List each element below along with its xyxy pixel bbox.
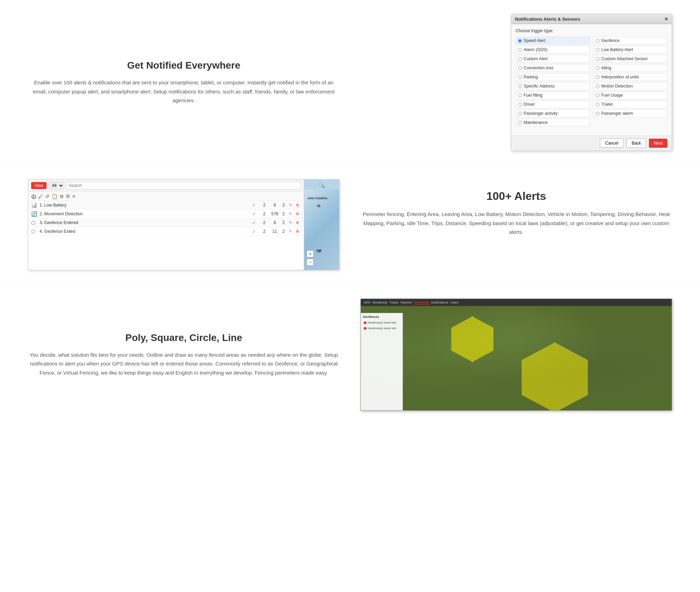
alerts-list: New All ⏻ 🖊 ↺ 📋 ⚙ ⧉ ✕ <box>28 180 304 270</box>
geofence-title: Poly, Square, Circle, Line <box>28 332 340 343</box>
delete-row-icon[interactable]: ✕ <box>294 229 301 234</box>
zoom-out-button[interactable]: − <box>307 259 314 266</box>
filter-select[interactable]: All <box>49 182 64 189</box>
radio-custom-attached-sensor[interactable]: Custom Attached Sensor <box>593 55 667 63</box>
geo-titlebar: GPS Monitoring Tracks Reports Geofences … <box>361 299 672 306</box>
map-zoom-controls: + − <box>306 250 314 266</box>
edit-icon[interactable]: 🖊 <box>38 194 43 199</box>
count-events: 6 <box>270 203 280 208</box>
zoom-in-button[interactable]: + <box>307 250 314 257</box>
delete-row-icon[interactable]: ✕ <box>294 202 301 208</box>
radio-fuel-filling[interactable]: Fuel filling <box>516 91 590 99</box>
delete-row-icon[interactable]: ✕ <box>294 211 301 217</box>
edit-row-icon[interactable]: ✎ <box>287 203 294 208</box>
radio-custom-alert[interactable]: Custom Alert <box>516 55 590 63</box>
radio-maintenance[interactable]: Maintenance <box>516 119 590 126</box>
count-events: 11 <box>270 229 280 234</box>
cancel-button[interactable]: Cancel <box>600 139 623 148</box>
power-icon[interactable]: ⏻ <box>31 194 36 199</box>
radio-idling[interactable]: Idling <box>593 64 667 72</box>
search-input[interactable] <box>66 182 301 189</box>
copy-icon[interactable]: ⧉ <box>66 193 70 199</box>
radio-specific-address[interactable]: Specific Address <box>516 82 590 90</box>
close-icon[interactable]: ✕ <box>664 16 668 22</box>
radio-passenger-activity[interactable]: Passenger activity <box>516 110 590 117</box>
count-devices: 2 <box>259 203 270 208</box>
radio-interposition[interactable]: Interposition of units <box>593 73 667 81</box>
dialog-footer: Cancel Back Next <box>511 135 672 151</box>
radio-low-battery-alert[interactable]: Low Battery Alert <box>593 46 667 54</box>
eye-icon[interactable]: 👁 <box>316 203 321 209</box>
tab-notifications[interactable]: Notifications <box>431 301 448 304</box>
notified-text: Get Notified Everywhere Enable over 100 … <box>28 60 340 105</box>
count-recipients: 2 <box>280 220 287 225</box>
check-icon: ✓ <box>252 202 259 208</box>
geofence-shape-2 <box>516 342 593 411</box>
radio-speed-alert[interactable]: Speed Alert <box>516 37 590 44</box>
map-area[interactable]: anta Catalina + − 👁 🗺 <box>304 189 339 270</box>
geofence-item-2: Geofence(s) name test <box>368 327 396 330</box>
next-button[interactable]: Next <box>649 139 667 148</box>
table-row: 📊 1. Low Battery ✓ 2 6 2 ✎ ✕ <box>28 201 304 210</box>
radio-empty <box>593 119 667 126</box>
list-item[interactable]: Geofence(s) name test <box>363 320 400 326</box>
refresh-icon[interactable]: ↺ <box>45 194 49 199</box>
edit-row-icon[interactable]: ✎ <box>287 211 294 216</box>
radio-driver[interactable]: Driver <box>516 100 590 108</box>
device-icon[interactable]: 📋 <box>51 194 57 199</box>
radio-geofence[interactable]: Geofence <box>593 37 667 44</box>
alerts-description: Perimeter fencing, Entering Area, Leavin… <box>360 210 672 237</box>
count-events: 8 <box>270 220 280 225</box>
alerts-table: 📊 1. Low Battery ✓ 2 6 2 ✎ ✕ 🔄 2. Moveme… <box>28 201 304 270</box>
delete-row-icon[interactable]: ✕ <box>294 220 301 225</box>
radio-trailer[interactable]: Trailer <box>593 100 667 108</box>
edit-row-icon[interactable]: ✎ <box>287 220 294 225</box>
count-events: 578 <box>270 211 280 216</box>
geofence-map: GPS Monitoring Tracks Reports Geofences … <box>360 299 672 411</box>
alerts-action-icons: ⏻ 🖊 ↺ 📋 ⚙ ⧉ ✕ <box>28 192 304 201</box>
notified-title: Get Notified Everywhere <box>28 60 340 71</box>
notification-dialog: Notifications Alerts & Sensors ✕ Choose … <box>511 14 672 151</box>
notified-image: Notifications Alerts & Sensors ✕ Choose … <box>360 14 672 151</box>
radio-passenger-alarm[interactable]: Passenger alarm <box>593 110 667 117</box>
edit-row-icon[interactable]: ✎ <box>287 229 294 234</box>
radio-alarm-sos[interactable]: Alarm (SOS) <box>516 46 590 54</box>
count-devices: 2 <box>259 220 270 225</box>
alert-type-icon: 🔄 <box>31 211 40 217</box>
table-row: ⬡ 3. Geofence Entered ✓ 2 8 2 ✎ ✕ <box>28 218 304 227</box>
list-item[interactable]: Geofence(s) name test <box>363 326 400 331</box>
geo-sidebar-title: Geofences <box>363 315 400 319</box>
alert-name: 1. Low Battery <box>40 203 252 208</box>
close-all-icon[interactable]: ✕ <box>72 194 76 199</box>
alerts-image: New All ⏻ 🖊 ↺ 📋 ⚙ ⧉ ✕ <box>28 179 340 270</box>
dialog-titlebar: Notifications Alerts & Sensors ✕ <box>511 14 672 24</box>
tab-tracks[interactable]: Tracks <box>389 301 399 304</box>
tab-users[interactable]: Users <box>450 301 459 304</box>
tab-geofences[interactable]: Geofences <box>414 301 429 305</box>
section-geofence: Poly, Square, Circle, Line You decide, w… <box>0 285 700 425</box>
count-recipients: 2 <box>280 229 287 234</box>
table-row: ⬡ 4. Geofence Exited ✓ 2 11 2 ✎ ✕ <box>28 227 304 236</box>
map-layers-icon[interactable]: 🗺 <box>316 249 321 254</box>
settings-icon[interactable]: ⚙ <box>59 194 64 199</box>
map-location-label: anta Catalina <box>308 196 327 200</box>
alert-type-icon: 📊 <box>31 202 40 208</box>
search-map-icon[interactable]: 🔍 <box>319 182 325 188</box>
alerts-toolbar: New All <box>28 180 304 192</box>
radio-motion-detection[interactable]: Motion Detection <box>593 82 667 90</box>
radio-fuel-usage[interactable]: Fuel Usage <box>593 91 667 99</box>
geo-map-body[interactable]: Geofences Geofence(s) name test Geofence… <box>361 306 672 410</box>
back-button[interactable]: Back <box>626 139 646 148</box>
alert-name: 2. Movement Detection <box>40 211 252 216</box>
section-alerts: New All ⏻ 🖊 ↺ 📋 ⚙ ⧉ ✕ <box>0 165 700 285</box>
tab-monitoring[interactable]: Monitoring <box>372 301 387 304</box>
alert-name: 4. Geofence Exited <box>40 229 252 234</box>
check-icon: ✓ <box>252 220 259 225</box>
check-icon: ✓ <box>252 211 259 217</box>
tab-reports[interactable]: Reports <box>401 301 412 304</box>
dialog-title: Notifications Alerts & Sensors <box>515 16 580 22</box>
geofence-text: Poly, Square, Circle, Line You decide, w… <box>28 332 340 377</box>
radio-parking[interactable]: Parking <box>516 73 590 81</box>
radio-connection-loss[interactable]: Connection loss <box>516 64 590 72</box>
new-alert-button[interactable]: New <box>31 182 47 189</box>
